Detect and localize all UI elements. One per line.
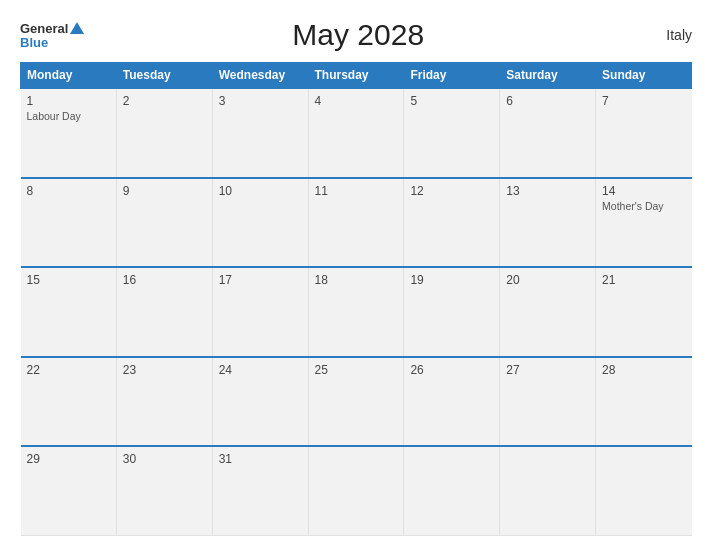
day-number: 7	[602, 94, 685, 108]
week-row-1: 1Labour Day234567	[21, 88, 692, 178]
calendar-header: MondayTuesdayWednesdayThursdayFridaySatu…	[21, 63, 692, 89]
calendar-cell: 4	[308, 88, 404, 178]
logo-blue-text: Blue	[20, 36, 48, 49]
calendar-cell: 20	[500, 267, 596, 357]
calendar-cell: 22	[21, 357, 117, 447]
day-number: 8	[27, 184, 110, 198]
day-number: 28	[602, 363, 685, 377]
logo-triangle-icon	[70, 22, 84, 34]
calendar-cell	[500, 446, 596, 536]
day-number: 20	[506, 273, 589, 287]
logo-text: General Blue	[20, 22, 84, 49]
calendar-title: May 2028	[84, 18, 632, 52]
calendar-cell: 14Mother's Day	[596, 178, 692, 268]
day-header-monday: Monday	[21, 63, 117, 89]
header: General Blue May 2028 Italy	[20, 18, 692, 52]
calendar-cell: 3	[212, 88, 308, 178]
calendar-cell: 16	[116, 267, 212, 357]
day-number: 25	[315, 363, 398, 377]
event-label: Labour Day	[27, 110, 110, 124]
day-number: 30	[123, 452, 206, 466]
day-number: 2	[123, 94, 206, 108]
day-header-saturday: Saturday	[500, 63, 596, 89]
day-number: 18	[315, 273, 398, 287]
day-number: 16	[123, 273, 206, 287]
calendar-cell: 27	[500, 357, 596, 447]
week-row-5: 293031	[21, 446, 692, 536]
calendar-cell: 10	[212, 178, 308, 268]
calendar-cell	[404, 446, 500, 536]
logo-row1: General	[20, 22, 84, 36]
calendar-cell: 25	[308, 357, 404, 447]
day-number: 6	[506, 94, 589, 108]
calendar-cell: 7	[596, 88, 692, 178]
event-label: Mother's Day	[602, 200, 685, 214]
logo: General Blue	[20, 22, 84, 49]
week-row-4: 22232425262728	[21, 357, 692, 447]
calendar-cell: 31	[212, 446, 308, 536]
calendar-cell: 9	[116, 178, 212, 268]
day-number: 12	[410, 184, 493, 198]
day-header-sunday: Sunday	[596, 63, 692, 89]
calendar-cell: 13	[500, 178, 596, 268]
day-header-thursday: Thursday	[308, 63, 404, 89]
day-number: 9	[123, 184, 206, 198]
day-number: 27	[506, 363, 589, 377]
week-row-3: 15161718192021	[21, 267, 692, 357]
calendar-cell: 15	[21, 267, 117, 357]
day-number: 19	[410, 273, 493, 287]
day-number: 15	[27, 273, 110, 287]
calendar-cell: 6	[500, 88, 596, 178]
calendar-body: 1Labour Day234567891011121314Mother's Da…	[21, 88, 692, 536]
calendar-cell: 18	[308, 267, 404, 357]
calendar-cell: 29	[21, 446, 117, 536]
day-number: 10	[219, 184, 302, 198]
calendar-cell	[596, 446, 692, 536]
day-number: 29	[27, 452, 110, 466]
calendar-cell: 12	[404, 178, 500, 268]
calendar-cell: 8	[21, 178, 117, 268]
day-number: 23	[123, 363, 206, 377]
calendar-cell: 19	[404, 267, 500, 357]
calendar-cell: 21	[596, 267, 692, 357]
day-number: 24	[219, 363, 302, 377]
calendar-cell: 2	[116, 88, 212, 178]
week-row-2: 891011121314Mother's Day	[21, 178, 692, 268]
day-number: 5	[410, 94, 493, 108]
calendar-cell: 1Labour Day	[21, 88, 117, 178]
calendar-page: General Blue May 2028 Italy MondayTuesda…	[0, 0, 712, 550]
day-number: 11	[315, 184, 398, 198]
day-header-tuesday: Tuesday	[116, 63, 212, 89]
logo-general-text: General	[20, 22, 68, 35]
calendar-cell: 24	[212, 357, 308, 447]
day-number: 21	[602, 273, 685, 287]
day-number: 3	[219, 94, 302, 108]
day-number: 17	[219, 273, 302, 287]
calendar-cell: 26	[404, 357, 500, 447]
calendar-cell: 5	[404, 88, 500, 178]
day-header-friday: Friday	[404, 63, 500, 89]
day-header-wednesday: Wednesday	[212, 63, 308, 89]
day-number: 31	[219, 452, 302, 466]
calendar-cell: 17	[212, 267, 308, 357]
calendar-cell: 28	[596, 357, 692, 447]
day-number: 1	[27, 94, 110, 108]
days-of-week-row: MondayTuesdayWednesdayThursdayFridaySatu…	[21, 63, 692, 89]
calendar-cell: 11	[308, 178, 404, 268]
country-label: Italy	[632, 27, 692, 43]
calendar-cell: 23	[116, 357, 212, 447]
day-number: 4	[315, 94, 398, 108]
calendar-cell: 30	[116, 446, 212, 536]
day-number: 14	[602, 184, 685, 198]
day-number: 22	[27, 363, 110, 377]
day-number: 13	[506, 184, 589, 198]
calendar-table: MondayTuesdayWednesdayThursdayFridaySatu…	[20, 62, 692, 536]
calendar-cell	[308, 446, 404, 536]
day-number: 26	[410, 363, 493, 377]
